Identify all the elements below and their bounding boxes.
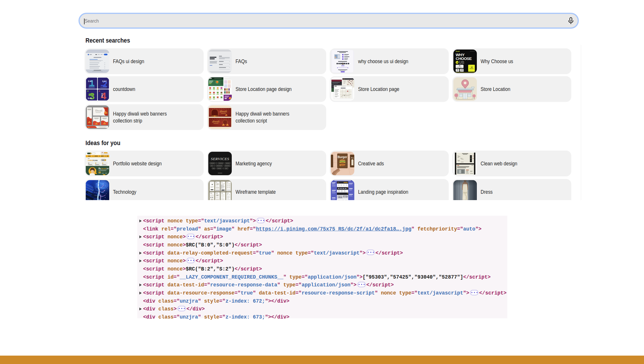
svg-text:1: 1	[90, 78, 94, 88]
svg-text:DAY: DAY	[102, 80, 107, 82]
svg-text:YUAN: YUAN	[93, 160, 97, 161]
svg-text:diwali: diwali	[212, 120, 219, 123]
svg-text:why we are the best: why we are the best	[98, 168, 109, 169]
svg-text:42+: 42+	[457, 69, 459, 71]
svg-text:SERVICES: SERVICES	[211, 157, 229, 161]
svg-text:Fru: Fru	[351, 157, 354, 159]
svg-text:Social: Social	[456, 51, 459, 52]
svg-text:US: US	[459, 61, 464, 65]
svg-text:DAY: DAY	[101, 93, 103, 98]
svg-text:Burger: Burger	[338, 156, 347, 159]
svg-text:CHRIS: CHRIS	[88, 160, 93, 161]
svg-text:113+: 113+	[461, 69, 464, 71]
svg-text:DAY: DAY	[88, 97, 92, 99]
svg-text:Diwali: Diwali	[95, 109, 103, 112]
svg-text:DAY: DAY	[88, 80, 93, 82]
svg-text:US: US	[457, 62, 459, 63]
svg-text:3+: 3+	[459, 65, 461, 67]
svg-text:12: 12	[471, 66, 473, 68]
svg-text:diwali: diwali	[220, 110, 227, 113]
